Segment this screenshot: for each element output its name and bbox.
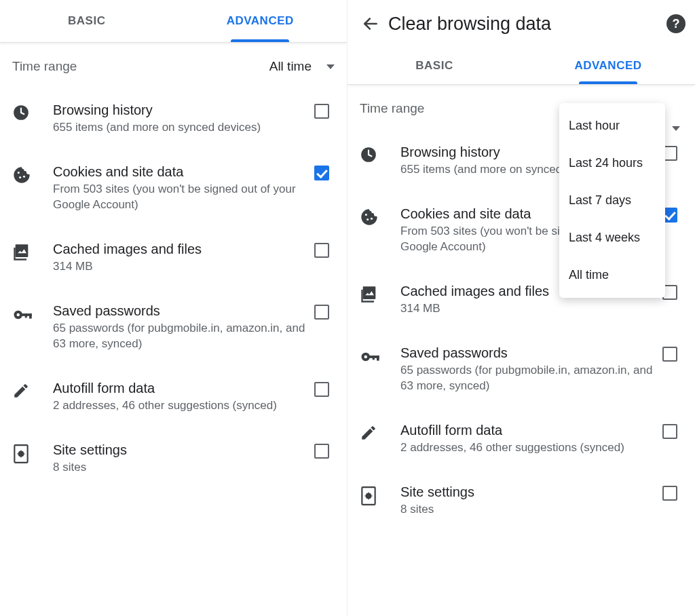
settings-page-icon — [360, 483, 400, 506]
svg-rect-21 — [373, 355, 375, 360]
svg-point-3 — [23, 176, 25, 178]
key-icon — [360, 344, 400, 367]
checkbox[interactable] — [314, 382, 329, 397]
clock-icon — [12, 101, 53, 121]
cookie-icon — [12, 163, 53, 185]
item-passwords[interactable]: Saved passwords 65 passwords (for pubgmo… — [348, 330, 695, 408]
item-title: Autofill form data — [53, 379, 306, 397]
time-range-row[interactable]: Time range All time — [0, 43, 347, 88]
svg-rect-8 — [29, 313, 32, 319]
tab-basic[interactable]: BASIC — [348, 47, 521, 84]
item-sub: 2 addresses, 46 other suggestions (synce… — [53, 398, 306, 414]
key-icon — [12, 302, 53, 325]
svg-rect-20 — [377, 355, 379, 361]
pencil-icon — [360, 421, 400, 442]
app-bar: Clear browsing data ? — [348, 0, 695, 47]
item-site-settings[interactable]: Site settings 8 sites — [0, 427, 347, 489]
time-range-value: All time — [269, 59, 312, 74]
cookie-icon — [360, 205, 400, 227]
time-range-dropdown: Last hour Last 24 hours Last 7 days Last… — [559, 103, 665, 298]
tab-basic[interactable]: BASIC — [0, 0, 174, 42]
svg-point-15 — [371, 218, 373, 220]
svg-rect-4 — [16, 244, 29, 257]
time-range-label: Time range — [12, 59, 269, 74]
item-title: Site settings — [400, 483, 654, 501]
item-site-settings[interactable]: Site settings 8 sites — [348, 469, 695, 531]
left-panel: BASIC ADVANCED Time range All time Brows… — [0, 0, 348, 616]
item-title: Autofill form data — [400, 421, 654, 439]
item-sub: 65 passwords (for pubgmobile.in, amazon.… — [400, 363, 654, 394]
chevron-down-icon — [672, 126, 680, 131]
dropdown-option[interactable]: All time — [559, 256, 665, 294]
item-title: Saved passwords — [53, 302, 306, 320]
back-button[interactable] — [357, 10, 384, 37]
item-sub: 65 passwords (for pubgmobile.in, amazon.… — [53, 321, 306, 352]
dropdown-option[interactable]: Last 4 weeks — [559, 219, 665, 256]
checkbox[interactable] — [314, 305, 329, 320]
svg-point-6 — [17, 313, 20, 317]
checkbox[interactable] — [662, 347, 677, 362]
image-icon — [360, 282, 400, 304]
tab-advanced[interactable]: ADVANCED — [174, 0, 348, 42]
checkbox[interactable] — [314, 166, 329, 180]
item-sub: 314 MB — [53, 259, 306, 275]
chevron-down-icon — [326, 64, 335, 69]
checkbox[interactable] — [662, 424, 677, 439]
checkbox[interactable] — [314, 444, 329, 459]
item-cookies[interactable]: Cookies and site data From 503 sites (yo… — [0, 149, 347, 227]
checkbox[interactable] — [314, 243, 329, 258]
dropdown-option[interactable]: Last hour — [559, 107, 665, 145]
item-sub: 655 items (and more on synced devices) — [53, 120, 306, 136]
right-panel: Clear browsing data ? BASIC ADVANCED Tim… — [348, 0, 695, 616]
item-sub: 2 addresses, 46 other suggestions (synce… — [400, 440, 654, 456]
dropdown-option[interactable]: Last 24 hours — [559, 145, 665, 182]
clock-icon — [360, 143, 400, 163]
svg-point-13 — [365, 214, 367, 216]
tabs: BASIC ADVANCED — [0, 0, 347, 43]
svg-point-11 — [19, 451, 23, 455]
tabs: BASIC ADVANCED — [348, 47, 695, 85]
item-title: Cached images and files — [53, 240, 306, 258]
settings-page-icon — [12, 441, 53, 464]
item-title: Browsing history — [53, 101, 306, 119]
help-button[interactable]: ? — [666, 14, 685, 33]
pencil-icon — [12, 379, 53, 400]
item-autofill[interactable]: Autofill form data 2 addresses, 46 other… — [0, 366, 347, 427]
svg-point-18 — [364, 355, 368, 359]
item-title: Site settings — [53, 441, 306, 459]
svg-point-23 — [367, 493, 371, 497]
item-title: Cookies and site data — [53, 163, 306, 180]
checkbox[interactable] — [314, 104, 329, 119]
item-sub: 314 MB — [400, 301, 654, 317]
item-passwords[interactable]: Saved passwords 65 passwords (for pubgmo… — [0, 288, 347, 366]
image-icon — [12, 240, 53, 262]
svg-point-14 — [367, 218, 369, 220]
item-title: Saved passwords — [400, 344, 654, 362]
svg-rect-16 — [363, 286, 376, 299]
item-sub: 8 sites — [400, 502, 654, 518]
item-cached[interactable]: Cached images and files 314 MB — [0, 227, 347, 288]
item-browsing-history[interactable]: Browsing history 655 items (and more on … — [0, 88, 347, 149]
svg-point-1 — [18, 172, 20, 174]
item-sub: 8 sites — [53, 460, 306, 476]
tab-advanced[interactable]: ADVANCED — [521, 47, 695, 84]
page-title: Clear browsing data — [388, 14, 666, 35]
checkbox[interactable] — [662, 486, 677, 501]
item-sub: From 503 sites (you won't be signed out … — [53, 182, 306, 213]
svg-point-2 — [19, 176, 21, 178]
dropdown-option[interactable]: Last 7 days — [559, 182, 665, 219]
item-autofill[interactable]: Autofill form data 2 addresses, 46 other… — [348, 408, 695, 469]
svg-rect-9 — [25, 313, 27, 317]
